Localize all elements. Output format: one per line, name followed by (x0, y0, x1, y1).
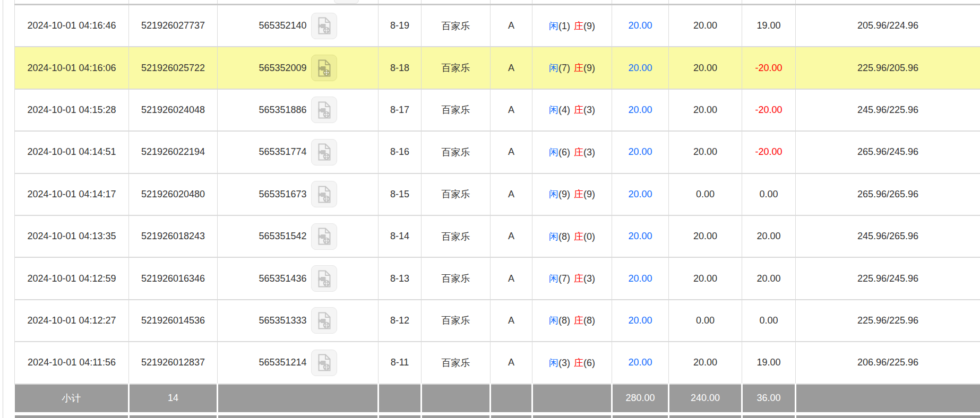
video-replay-button[interactable] (311, 350, 337, 376)
time-cell: 2024-10-01 04:15:28 (15, 89, 129, 131)
round-cell: 8-16 (379, 131, 422, 173)
player-label: 闲 (549, 189, 558, 199)
bet-amount-link[interactable]: 20.00 (612, 257, 669, 299)
winloss-cell (742, 0, 796, 5)
game-no-cell: 565351333 (218, 300, 379, 342)
game-no-cell: 565351886 (218, 89, 379, 131)
video-replay-button[interactable] (311, 223, 337, 250)
table-row[interactable]: 2024-10-01 04:11:56 521926012837 5653512… (15, 342, 980, 384)
table-cell: A (491, 89, 532, 131)
table-row[interactable]: 2024-10-01 04:12:59 521926016346 5653514… (15, 257, 980, 299)
video-replay-button[interactable] (311, 139, 337, 166)
left-gutter-line (3, 0, 3, 418)
bet-amount-link[interactable]: 20.00 (612, 47, 669, 89)
game-type-cell: 百家乐 (422, 342, 491, 384)
bet-amount-link[interactable]: 20.00 (612, 215, 669, 257)
subtotal-label: 小计 (15, 384, 129, 414)
subtotal-empty (379, 384, 422, 414)
bet-amount-link[interactable]: 20.00 (612, 342, 669, 384)
table-row[interactable]: 2024-10-01 04:12:27 521926014536 5653513… (15, 300, 980, 342)
table-cell: A (491, 215, 532, 257)
game-no: 565351542 (259, 231, 306, 242)
game-type-cell: 百家乐 (422, 47, 491, 89)
winloss-cell: 19.00 (742, 5, 796, 47)
game-type-cell: 百家乐 (422, 5, 491, 47)
video-replay-button[interactable] (311, 97, 337, 123)
bet-amount-link[interactable]: 20.00 (612, 173, 669, 215)
time-cell (15, 0, 129, 5)
balance-cell: 205.96/224.96 (796, 5, 980, 47)
banker-score: (9) (583, 63, 595, 73)
table-cell: A (491, 342, 532, 384)
round-cell: 8-18 (379, 47, 422, 89)
winloss-cell: 19.00 (742, 342, 796, 384)
player-score: (1) (558, 21, 570, 31)
bet-amount-cell (612, 0, 669, 5)
table-row[interactable]: 2024-10-01 04:14:17 521926020480 5653516… (15, 173, 980, 215)
time-cell: 2024-10-01 04:12:59 (15, 257, 129, 299)
result-cell: 闲(7)庄(9) (532, 47, 612, 89)
bet-amount-link[interactable]: 20.00 (612, 300, 669, 342)
table-cell: A (491, 5, 532, 47)
player-score: (7) (558, 63, 570, 73)
valid-amount-cell: 20.00 (669, 257, 742, 299)
video-replay-button[interactable] (311, 55, 337, 81)
table-row[interactable]: 2024-10-01 04:14:51 521926022194 5653517… (15, 131, 980, 173)
player-score: (9) (558, 189, 570, 199)
game-no: 565351214 (259, 357, 306, 368)
player-label: 闲 (549, 104, 558, 115)
banker-label: 庄 (574, 21, 583, 31)
game-no-cell: 565351673 (218, 173, 379, 215)
table-row[interactable]: 2024-10-01 04:16:46 521926027737 5653521… (15, 5, 980, 47)
video-replay-button[interactable] (311, 265, 337, 292)
order-id-cell: 521926022194 (129, 131, 218, 173)
video-replay-button[interactable] (311, 13, 337, 39)
banker-score: (9) (583, 21, 595, 31)
video-replay-button[interactable] (311, 181, 337, 207)
balance-cell: 245.96/265.96 (796, 215, 980, 257)
table-row[interactable]: 2024-10-01 04:15:28 521926024048 5653518… (15, 89, 980, 131)
player-score: (4) (558, 104, 570, 115)
bet-amount-link[interactable]: 20.00 (612, 5, 669, 47)
banker-score: (3) (583, 273, 595, 284)
balance-cell: 265.96/245.96 (796, 131, 980, 173)
bet-amount-link[interactable]: 20.00 (612, 89, 669, 131)
balance-cell: 245.96/225.96 (796, 89, 980, 131)
order-id-cell: 521926016346 (129, 257, 218, 299)
valid-amount-cell: 20.00 (669, 215, 742, 257)
banker-score: (9) (583, 189, 595, 199)
game-type-cell: 百家乐 (422, 89, 491, 131)
player-label: 闲 (549, 358, 558, 368)
table-cell: A (491, 257, 532, 299)
result-cell: 闲(3)庄(6) (532, 342, 612, 384)
valid-amount-cell: 0.00 (669, 173, 742, 215)
video-file-icon (316, 143, 332, 161)
player-label: 闲 (549, 63, 558, 73)
result-cell: 闲(9)庄(9) (532, 173, 612, 215)
table-row[interactable]: 2024-10-01 04:16:06 521926025722 5653520… (15, 47, 980, 89)
round-cell: 8-19 (379, 5, 422, 47)
bet-amount-link[interactable]: 20.00 (612, 131, 669, 173)
result-cell: 闲(7)庄(3) (532, 257, 612, 299)
order-id-cell: 521926027737 (129, 5, 218, 47)
valid-amount-cell: 20.00 (669, 5, 742, 47)
game-no: 565351333 (259, 315, 306, 326)
table-row[interactable]: 2024-10-01 04:13:35 521926018243 5653515… (15, 215, 980, 257)
valid-amount-cell: 20.00 (669, 47, 742, 89)
player-score: (3) (558, 358, 570, 368)
subtotal-empty (422, 384, 491, 414)
game-type-cell: 百家乐 (422, 257, 491, 299)
order-id-cell: 521926025722 (129, 47, 218, 89)
subtotal-row: 小计 14 280.00 240.00 36.00 (15, 384, 980, 414)
video-replay-button[interactable] (334, 0, 359, 4)
winloss-cell: 0.00 (742, 173, 796, 215)
game-no: 565351774 (259, 146, 306, 158)
banker-label: 庄 (574, 273, 583, 284)
player-label: 闲 (549, 273, 558, 284)
time-cell: 2024-10-01 04:14:51 (15, 131, 129, 173)
round-cell (379, 0, 422, 5)
round-cell: 8-13 (379, 257, 422, 299)
video-replay-button[interactable] (311, 307, 337, 334)
player-score: (6) (558, 147, 570, 158)
subtotal-empty (532, 384, 612, 414)
